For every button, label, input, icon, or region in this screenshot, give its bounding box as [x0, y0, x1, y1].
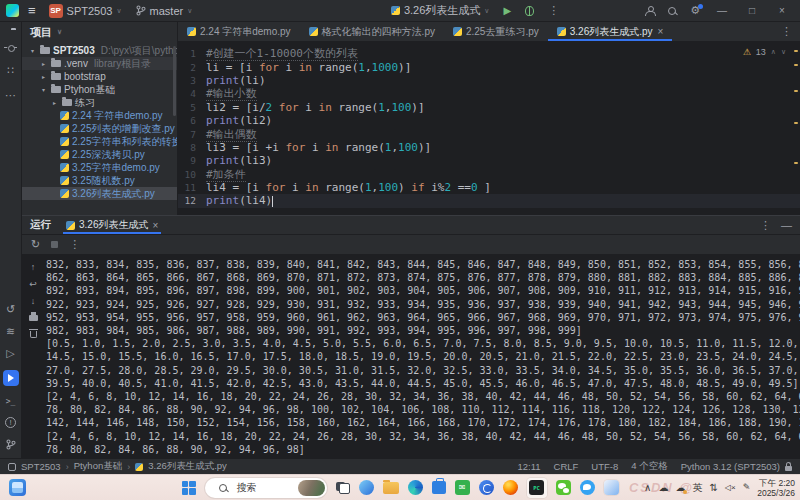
code-line[interactable]: 1#创建一个1-10000个数的列表 — [178, 47, 800, 60]
editor-tab[interactable]: 2.25去重练习.py — [444, 22, 548, 41]
code-area[interactable]: 1#创建一个1-10000个数的列表2li = [i for i in rang… — [178, 42, 800, 215]
microsoft-store-icon[interactable] — [432, 481, 446, 494]
branch-switcher[interactable]: master ∨ — [132, 4, 197, 18]
chat-app-icon[interactable] — [580, 480, 595, 495]
soft-wrap-icon[interactable]: ↩ — [29, 279, 37, 289]
maximize-button[interactable]: □ — [740, 5, 764, 16]
run-anything-icon[interactable]: ▷ — [6, 348, 14, 359]
tree-row[interactable]: 2.25深浅拷贝.py — [22, 148, 177, 161]
pen-icon[interactable]: ✎ — [743, 483, 751, 492]
commit-tool-icon[interactable] — [4, 44, 17, 51]
volume-muted-icon[interactable]: ◁× — [725, 484, 736, 492]
console-output[interactable]: 832, 833, 834, 835, 836, 837, 838, 839, … — [44, 255, 800, 458]
pycharm-taskbar-icon[interactable]: PC — [527, 478, 547, 498]
tree-row[interactable]: 3.26列表生成式.py — [22, 187, 177, 200]
tree-row[interactable]: ▸练习 — [22, 96, 177, 109]
tree-row[interactable]: 3.25随机数.py — [22, 174, 177, 187]
app-icon-2[interactable] — [604, 480, 619, 495]
tree-row[interactable]: 2.25字符串和列表的转换.py — [22, 135, 177, 148]
structure-tool-icon[interactable]: ∷ — [7, 65, 14, 76]
sync-icon[interactable]: ↺ — [6, 304, 15, 315]
code-line[interactable]: 3print(li) — [178, 74, 800, 87]
onedrive-icon[interactable]: ☁ — [675, 483, 685, 493]
tab-close-icon[interactable]: × — [658, 26, 664, 37]
chevron-right-icon[interactable]: ▸ — [50, 99, 59, 106]
tab-close-icon[interactable]: × — [152, 220, 158, 231]
edge-icon[interactable] — [408, 480, 423, 495]
terminal-tool-icon[interactable]: >_ — [6, 397, 16, 406]
search-box-image[interactable] — [298, 480, 325, 496]
copilot-icon[interactable] — [359, 480, 374, 495]
clock[interactable]: 下午 2:20 2025/3/26 — [757, 478, 795, 498]
clear-all-icon[interactable] — [30, 331, 37, 338]
tree-row[interactable]: ▸bootstrap — [22, 70, 177, 83]
code-line[interactable]: 8li3 = [i +i for i in range(1,100)] — [178, 141, 800, 154]
breadcrumb-item[interactable]: SPT2503 — [21, 461, 61, 472]
debug-button[interactable] — [525, 6, 534, 16]
scroll-up-icon[interactable]: ↑ — [31, 262, 36, 272]
breadcrumb-item[interactable]: 3.26列表生成式.py — [148, 460, 227, 473]
tree-row[interactable]: ▾SPT2503D:\pyx\项目\python\myflaskd — [22, 44, 177, 57]
prev-problem-icon[interactable]: ∧ — [771, 48, 776, 56]
run-button[interactable]: ▶ — [499, 5, 515, 16]
settings-gear-icon[interactable]: ⚙ — [686, 4, 704, 17]
status-item[interactable]: Python 3.12 (SPT2503) — [681, 461, 780, 472]
rerun-icon[interactable]: ↻ — [31, 238, 40, 251]
next-problem-icon[interactable]: ∨ — [781, 48, 786, 56]
input-language-indicator[interactable]: 英 — [692, 483, 702, 493]
start-button[interactable] — [182, 481, 196, 495]
stop-icon[interactable] — [51, 241, 58, 248]
file-explorer-icon[interactable] — [383, 482, 399, 494]
code-line[interactable]: 12print(li4) — [178, 194, 800, 207]
status-item[interactable]: CRLF — [554, 461, 579, 472]
app-icon[interactable] — [479, 480, 494, 495]
tree-row[interactable]: 2.24 字符串demo.py — [22, 109, 177, 122]
hidden-icons-chevron[interactable]: ∧ — [644, 483, 651, 493]
chevron-right-icon[interactable]: ▸ — [39, 60, 48, 67]
run-tab[interactable]: 3.26列表生成式 × — [63, 216, 161, 234]
chevron-down-icon[interactable]: ▾ — [28, 47, 37, 54]
main-menu-icon[interactable]: ≡ — [25, 4, 39, 17]
taskbar-search[interactable]: 搜索 — [205, 478, 327, 498]
more-tools-icon[interactable]: ⋯ — [5, 90, 16, 101]
breadcrumb-item[interactable]: Ptyhon基础 — [74, 460, 123, 473]
widgets-icon[interactable] — [9, 479, 26, 496]
status-item[interactable]: 4 个空格 — [631, 460, 667, 473]
problems-tool-icon[interactable]: ! — [5, 417, 16, 428]
print-icon[interactable] — [29, 315, 38, 321]
git-tool-icon[interactable] — [6, 439, 16, 450]
run-tool-icon[interactable] — [3, 370, 19, 386]
tree-row[interactable]: ▾Ptyhon基础 — [22, 83, 177, 96]
tree-row[interactable]: ▸.venvlibrary根目录 — [22, 57, 177, 70]
chevron-down-icon[interactable]: ▾ — [39, 86, 48, 93]
scroll-to-end-icon[interactable]: ↓ — [31, 296, 36, 306]
mail-icon[interactable]: ✉ — [455, 480, 470, 495]
code-line[interactable]: 9print(li3) — [178, 154, 800, 167]
editor-tab[interactable]: 格式化输出的四种方法.py — [300, 22, 444, 41]
code-line[interactable]: 10#加条件 — [178, 168, 800, 181]
project-panel-header[interactable]: 项目 ∨ — [22, 22, 177, 42]
more-run-actions-icon[interactable]: ⋮ — [544, 4, 563, 17]
code-line[interactable]: 4#输出小数 — [178, 87, 800, 100]
status-item[interactable]: 12:11 — [517, 461, 540, 472]
run-more-icon[interactable]: ⋮ — [69, 238, 80, 251]
run-config-selector[interactable]: 3.26列表生成式 ∨ — [387, 2, 494, 19]
inspections-widget[interactable]: ⚠ 13 ∧ ∨ — [743, 47, 786, 57]
network-icon[interactable]: ⇅ — [709, 483, 717, 493]
firefox-icon[interactable] — [503, 480, 518, 495]
task-view-icon[interactable] — [336, 482, 350, 494]
run-panel-hide-icon[interactable]: — — [781, 219, 792, 231]
services-icon[interactable]: ≋ — [6, 326, 15, 337]
lock-icon[interactable] — [785, 466, 792, 471]
code-line[interactable]: 5li2 = [i/2 for i in range(1,100)] — [178, 101, 800, 114]
tree-row[interactable]: 3.25字符串demo.py — [22, 161, 177, 174]
tree-row[interactable]: 2.25列表的增删改查.py — [22, 122, 177, 135]
editor-tab[interactable]: 2.24 字符串demo.py — [178, 22, 300, 41]
wechat-icon[interactable] — [556, 480, 571, 495]
editor-tab[interactable]: 3.26列表生成式.py× — [548, 22, 673, 41]
search-everywhere-icon[interactable] — [668, 7, 676, 15]
minimize-button[interactable]: — — [710, 5, 734, 16]
weather-cloud-icon[interactable]: ☁ — [658, 483, 668, 493]
chevron-right-icon[interactable]: ▸ — [39, 73, 48, 80]
hidden-tabs-icon[interactable]: ⋮ — [773, 22, 800, 41]
